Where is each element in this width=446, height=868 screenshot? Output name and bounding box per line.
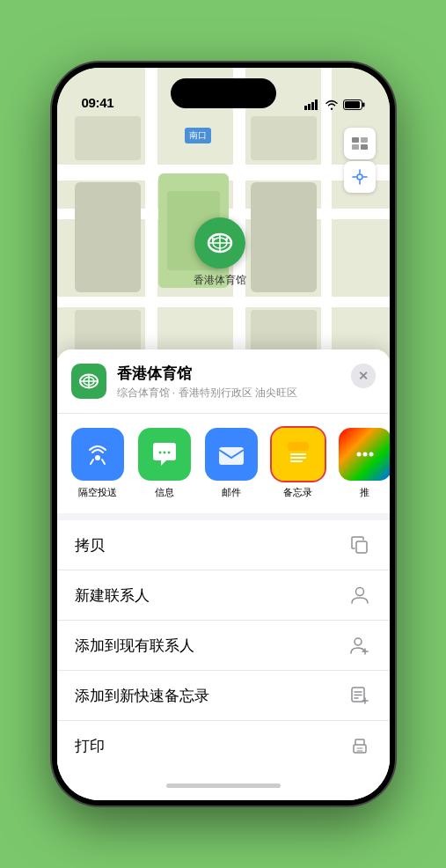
venue-desc: 综合体育馆 · 香港特别行政区 油尖旺区: [117, 386, 340, 401]
location-button[interactable]: [344, 161, 376, 193]
svg-rect-43: [356, 541, 367, 553]
svg-rect-20: [212, 238, 214, 242]
person-add-icon: [347, 633, 372, 658]
svg-point-32: [163, 452, 165, 454]
action-list: 拷贝 新建联系人: [57, 520, 390, 770]
share-item-notes[interactable]: 备忘录: [268, 428, 328, 499]
person-icon: [347, 583, 372, 607]
status-time: 09:41: [82, 95, 114, 110]
map-label: 南口: [185, 128, 211, 143]
svg-rect-0: [304, 106, 307, 110]
copy-icon: [347, 533, 372, 557]
map-controls: [344, 128, 376, 193]
svg-point-41: [362, 452, 367, 457]
svg-point-31: [158, 452, 161, 454]
signal-icon: [304, 99, 320, 110]
action-label-add-contact: 添加到现有联系人: [75, 636, 194, 656]
share-label-mail: 邮件: [222, 486, 241, 499]
svg-point-28: [95, 455, 100, 460]
action-row-copy[interactable]: 拷贝: [57, 520, 390, 570]
svg-point-33: [167, 452, 170, 454]
svg-point-44: [355, 588, 363, 596]
venue-info: 香港体育馆 综合体育馆 · 香港特别行政区 油尖旺区: [117, 364, 340, 401]
svg-rect-9: [352, 144, 359, 150]
share-label-notes: 备忘录: [283, 486, 312, 499]
share-label-messages: 信息: [155, 486, 174, 499]
svg-rect-10: [361, 144, 368, 150]
svg-line-30: [102, 460, 105, 464]
status-icons: [304, 99, 365, 110]
pin-circle: [194, 217, 245, 268]
venue-name: 香港体育馆: [117, 364, 340, 384]
share-item-messages[interactable]: 信息: [135, 428, 194, 499]
svg-rect-34: [219, 447, 244, 465]
venue-pin: 香港体育馆: [194, 217, 246, 288]
action-row-new-contact[interactable]: 新建联系人: [57, 570, 390, 621]
print-icon: [347, 733, 372, 758]
svg-rect-6: [362, 103, 365, 107]
share-item-mail[interactable]: 邮件: [201, 428, 261, 499]
svg-rect-5: [345, 101, 360, 108]
home-bar: [166, 783, 281, 788]
wifi-icon: [325, 99, 339, 110]
share-row: 隔空投送 信息: [57, 414, 390, 520]
dynamic-island: [171, 78, 276, 108]
action-label-quick-notes: 添加到新快速备忘录: [75, 686, 209, 706]
svg-point-11: [357, 174, 362, 180]
action-label-print: 打印: [75, 736, 105, 756]
battery-icon: [343, 99, 365, 110]
share-label-airdrop: 隔空投送: [78, 486, 117, 499]
svg-point-45: [355, 638, 362, 645]
share-item-airdrop[interactable]: 隔空投送: [68, 428, 128, 499]
svg-rect-2: [311, 102, 314, 110]
svg-line-29: [91, 460, 93, 464]
svg-rect-8: [361, 137, 368, 143]
svg-rect-3: [315, 99, 318, 110]
svg-rect-36: [288, 442, 309, 451]
svg-rect-7: [352, 137, 359, 143]
action-label-copy: 拷贝: [75, 535, 105, 555]
share-item-more[interactable]: 推: [335, 428, 390, 499]
action-row-quick-notes[interactable]: 添加到新快速备忘录: [57, 671, 390, 721]
home-indicator: [57, 770, 390, 800]
phone-frame: 09:41: [52, 63, 395, 805]
action-row-print[interactable]: 打印: [57, 721, 390, 770]
venue-header: 香港体育馆 综合体育馆 · 香港特别行政区 油尖旺区 ✕: [57, 349, 390, 414]
phone-screen: 09:41: [57, 68, 390, 800]
svg-point-40: [356, 452, 361, 457]
action-row-add-contact[interactable]: 添加到现有联系人: [57, 621, 390, 671]
close-button[interactable]: ✕: [351, 364, 376, 388]
svg-point-42: [369, 452, 373, 457]
bottom-sheet: 香港体育馆 综合体育馆 · 香港特别行政区 油尖旺区 ✕: [57, 349, 390, 800]
map-type-button[interactable]: [344, 128, 376, 159]
share-label-more: 推: [360, 486, 369, 499]
notes-add-icon: [347, 683, 372, 708]
svg-rect-1: [308, 104, 311, 110]
pin-label: 香港体育馆: [194, 273, 246, 288]
action-label-new-contact: 新建联系人: [75, 585, 150, 606]
venue-icon: [71, 364, 106, 399]
